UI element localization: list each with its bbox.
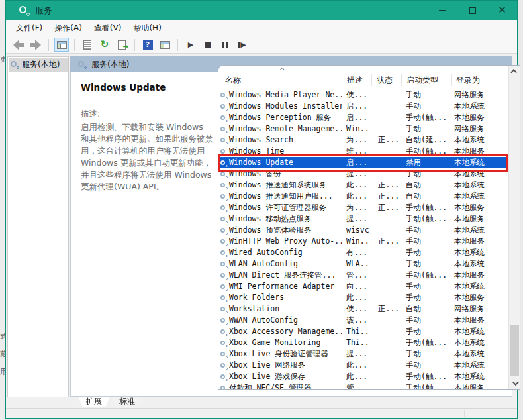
column-header-name[interactable]: 名称 — [218, 74, 342, 86]
table-row[interactable]: WLAN AutoConfigWLA...手动本地系统 — [218, 258, 508, 270]
table-row[interactable]: WLAN Direct 服务连接管...管...手动(触...本地服务 — [218, 270, 508, 281]
service-gear-icon — [220, 373, 228, 381]
table-row[interactable]: Windows 备份提...手动本地系统 — [218, 168, 508, 180]
extended-view-page: Windows Update 描述: 启用检测、下载和安装 Windows 和其… — [70, 72, 512, 397]
view-tabs: 扩展 标准 — [70, 397, 512, 408]
start-service-button[interactable]: ▶ — [183, 38, 198, 52]
table-row[interactable]: WinHTTP Web Proxy Auto-...Win...正...手动本地… — [218, 236, 508, 247]
stop-service-button[interactable]: ■ — [201, 38, 215, 52]
tree-item-services-local[interactable]: 服务(本地) — [9, 58, 68, 72]
show-console-tree-button[interactable] — [54, 38, 69, 52]
table-row[interactable]: Xbox Live 网络服务此...手动本地系统 — [218, 360, 508, 371]
export-list-icon: → — [118, 40, 126, 50]
forward-button[interactable] — [28, 38, 43, 52]
content-pane: 服务(本地) Windows Update 描述: 启用检测、下载和安装 Win… — [70, 56, 512, 408]
table-row[interactable]: Windows 移动热点服务提...手动(触...本地服务 — [218, 213, 508, 225]
table-row[interactable]: Windows 推送通知系统服务此...正...自动本地系统 — [218, 180, 508, 191]
service-gear-icon — [220, 103, 228, 111]
vertical-scrollbar[interactable] — [508, 66, 520, 389]
scroll-up-button[interactable] — [509, 66, 520, 77]
table-row[interactable]: Work Folders此...手动本地服务 — [218, 292, 508, 303]
restart-service-icon: ▶ — [238, 41, 246, 48]
export-list-button[interactable]: → — [115, 38, 129, 52]
table-row[interactable]: 付款和 NFC/SE 管理器管...手动(触...本地服务 — [218, 382, 508, 389]
table-row[interactable]: Workstation使...正...自动网络服务 — [218, 303, 508, 315]
service-gear-icon — [220, 159, 228, 167]
table-row[interactable]: Windows Remote Manageme...Win...手动网络服务 — [218, 123, 508, 134]
refresh-button[interactable]: ↻ — [97, 38, 112, 52]
cell-status — [371, 382, 401, 389]
main-area: 服务(本地) 服务(本地) Windows Update 描述: 启用检测、下载… — [6, 54, 517, 408]
cell-status — [371, 258, 401, 270]
column-header-logon[interactable]: 登录为 — [451, 74, 506, 86]
pause-service-icon — [222, 42, 228, 48]
tab-extended[interactable]: 扩展 — [78, 397, 110, 407]
service-gear-icon — [220, 294, 228, 302]
cell-status: 正... — [371, 134, 401, 146]
table-row[interactable]: Windows Time维...手动(触...本地服务 — [218, 146, 508, 157]
table-row[interactable]: Windows Modules Installer启...手动本地系统 — [218, 101, 508, 112]
cell-name: Windows 预览体验服务 — [218, 225, 342, 236]
cell-name: WWAN AutoConfig — [218, 315, 342, 326]
extended-view-button[interactable] — [158, 38, 172, 52]
table-row[interactable]: Windows Media Player Ne...使...手动网络服务 — [218, 89, 508, 101]
table-row[interactable]: Windows Search为...正...自动(延...本地系统 — [218, 134, 508, 146]
cell-name: Xbox Accessory Manageme... — [218, 326, 342, 337]
sort-ascending-icon: ^ — [279, 67, 285, 74]
back-button[interactable] — [11, 38, 26, 52]
table-row[interactable]: Windows Update启...禁用本地系统 — [218, 157, 508, 168]
service-description: 启用检测、下载和安装 Windows 和其他程序的更新。如果此服务被禁用，这台计… — [81, 121, 213, 193]
cell-startup: 手动 — [401, 123, 451, 134]
close-button[interactable]: ✕ — [487, 1, 517, 20]
cell-desc: Thi... — [342, 337, 371, 348]
column-header-startup[interactable]: 启动类型 — [401, 74, 451, 86]
maximize-button[interactable] — [457, 1, 487, 20]
scroll-down-button[interactable] — [509, 378, 520, 389]
title-bar[interactable]: 服务 ✕ — [6, 1, 517, 20]
back-icon — [13, 40, 24, 50]
help-button[interactable]: ? — [140, 38, 155, 52]
cell-status — [371, 213, 401, 225]
menu-action[interactable]: 操作(A) — [48, 21, 88, 36]
cell-desc: 使... — [342, 89, 371, 101]
cell-name: Windows Search — [218, 134, 342, 146]
menu-file[interactable]: 文件(F) — [10, 21, 48, 36]
table-row[interactable]: Windows Perception 服务启...手动(触...本地服务 — [218, 112, 508, 123]
cell-startup: 手动 — [401, 360, 451, 371]
cell-status: 正... — [371, 191, 401, 202]
toolbar-separator — [134, 39, 135, 51]
table-row[interactable]: WWAN AutoConfig该...手动本地服务 — [218, 315, 508, 326]
column-header-desc[interactable]: 描述 — [342, 74, 371, 86]
column-header-status[interactable]: 状态 — [371, 74, 401, 86]
table-row[interactable]: Xbox Live 游戏保存此...手动(触...本地系统 — [218, 371, 508, 382]
table-row[interactable]: WMI Performance Adapter向...手动本地系统 — [218, 281, 508, 292]
scrollbar-thumb[interactable] — [510, 325, 519, 376]
background-text-fragment: 藏 — [0, 349, 5, 359]
service-gear-icon — [220, 193, 228, 201]
table-row[interactable]: Xbox Accessory Manageme...Thi...手动本地系统 — [218, 326, 508, 337]
cell-status — [371, 146, 401, 157]
minimize-button[interactable] — [428, 1, 457, 20]
table-row[interactable]: Xbox Live 身份验证管理器提...手动本地系统 — [218, 348, 508, 360]
screen: 更 式 藏 用 服务 ✕ 文件(F) 操作(A) 查看(V) 帮助(H) — [0, 0, 523, 420]
cell-desc: 启... — [342, 112, 371, 123]
cell-logon: 本地服务 — [451, 213, 507, 225]
table-row[interactable]: Windows 许可证管理器服务为...正...手动(触...本地服务 — [218, 202, 508, 213]
table-row[interactable]: Windows 预览体验服务wisvc手动本地系统 — [218, 225, 508, 236]
tab-standard[interactable]: 标准 — [111, 397, 143, 407]
table-row[interactable]: Wired AutoConfig有...手动本地系统 — [218, 247, 508, 258]
menu-help[interactable]: 帮助(H) — [127, 21, 167, 36]
cell-name: Windows Perception 服务 — [218, 112, 342, 123]
properties-button[interactable] — [80, 38, 95, 52]
cell-logon: 网络服务 — [451, 123, 507, 134]
restart-service-button[interactable]: ▶ — [235, 38, 250, 52]
service-gear-icon — [220, 339, 228, 347]
pause-service-button[interactable] — [218, 38, 232, 52]
menu-view[interactable]: 查看(V) — [88, 21, 128, 36]
table-row[interactable]: Windows 推送通知用户服...此...正...自动本地系统 — [218, 191, 508, 202]
cell-desc: 此... — [342, 292, 371, 303]
table-row[interactable]: Xbox Game MonitoringThi...手动(触...本地系统 — [218, 337, 508, 348]
cell-name: Xbox Live 身份验证管理器 — [218, 348, 342, 360]
cell-logon: 本地系统 — [451, 168, 507, 180]
cell-desc: 此... — [342, 360, 371, 371]
